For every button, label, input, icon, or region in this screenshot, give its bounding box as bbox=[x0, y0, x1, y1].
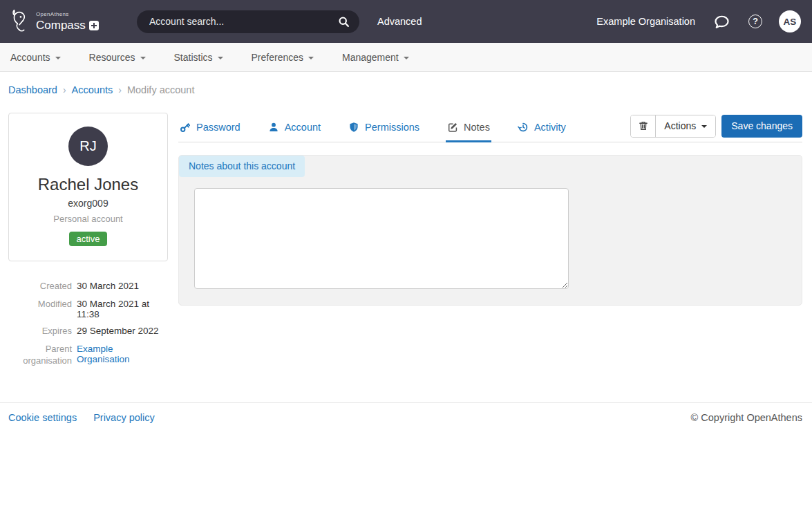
account-editor-column: Password Account Permissions bbox=[178, 113, 802, 373]
chevron-down-icon bbox=[140, 57, 146, 59]
notes-section-tab[interactable]: Notes about this account bbox=[179, 156, 305, 177]
detail-value: 30 March 2021 bbox=[77, 281, 139, 291]
trash-icon bbox=[638, 120, 649, 131]
breadcrumb-separator: › bbox=[63, 84, 66, 95]
tab-label: Permissions bbox=[365, 122, 419, 133]
openathens-owl-icon bbox=[8, 8, 32, 35]
tab-password[interactable]: Password bbox=[178, 113, 242, 142]
account-avatar: RJ bbox=[68, 127, 108, 166]
detail-label: Created bbox=[8, 281, 72, 292]
brand-name-small: OpenAthens bbox=[36, 12, 99, 17]
account-details-list: Created 30 March 2021 Modified 30 March … bbox=[8, 281, 168, 367]
nav-label: Management bbox=[342, 52, 399, 63]
account-toolbar: Actions Save changes bbox=[630, 115, 802, 140]
actions-dropdown-button[interactable]: Actions bbox=[656, 115, 715, 137]
delete-account-button[interactable] bbox=[631, 115, 656, 137]
user-menu-avatar[interactable]: AS bbox=[779, 10, 801, 32]
shield-icon bbox=[348, 122, 359, 133]
nav-label: Preferences bbox=[252, 52, 303, 63]
person-icon bbox=[268, 122, 279, 133]
history-icon bbox=[518, 122, 529, 133]
feedback-button[interactable] bbox=[714, 14, 730, 30]
main-content: RJ Rachel Jones exorg009 Personal accoun… bbox=[8, 113, 802, 373]
main-nav: Accounts Resources Statistics Preference… bbox=[0, 43, 812, 72]
tab-account[interactable]: Account bbox=[267, 113, 322, 142]
tab-notes[interactable]: Notes bbox=[446, 113, 491, 142]
breadcrumb-link-accounts[interactable]: Accounts bbox=[72, 84, 113, 95]
nav-item-accounts[interactable]: Accounts bbox=[10, 52, 61, 63]
tab-label: Account bbox=[285, 122, 321, 133]
breadcrumb-current: Modify account bbox=[127, 84, 195, 95]
chat-bubble-icon bbox=[714, 14, 730, 30]
parent-organisation-link[interactable]: Example Organisation bbox=[77, 344, 168, 364]
brand-name-large: Compass bbox=[36, 19, 86, 31]
tab-permissions[interactable]: Permissions bbox=[347, 113, 421, 142]
privacy-policy-link[interactable]: Privacy policy bbox=[93, 412, 155, 423]
help-button[interactable]: ? bbox=[748, 15, 762, 28]
detail-row-expires: Expires 29 September 2022 bbox=[8, 326, 168, 337]
tab-label: Notes bbox=[464, 122, 490, 133]
notes-textarea[interactable] bbox=[194, 188, 569, 289]
search-button[interactable] bbox=[332, 13, 355, 30]
notes-panel: Notes about this account bbox=[178, 155, 802, 306]
nav-item-management[interactable]: Management bbox=[342, 52, 409, 63]
nav-item-resources[interactable]: Resources bbox=[89, 52, 146, 63]
detail-value: 30 March 2021 at 11:38 bbox=[77, 299, 168, 319]
cookie-settings-link[interactable]: Cookie settings bbox=[8, 412, 77, 423]
save-changes-button[interactable]: Save changes bbox=[721, 115, 802, 138]
nav-label: Statistics bbox=[174, 52, 213, 63]
chevron-down-icon bbox=[701, 125, 707, 128]
detail-label: Expires bbox=[8, 326, 72, 337]
detail-row-parent-organisation: Parent organisation Example Organisation bbox=[8, 344, 168, 367]
tab-label: Activity bbox=[534, 122, 566, 133]
key-icon bbox=[180, 122, 191, 133]
status-badge: active bbox=[69, 232, 108, 246]
search-icon bbox=[338, 16, 350, 28]
actions-label: Actions bbox=[664, 120, 696, 131]
plus-icon bbox=[89, 21, 99, 30]
account-summary-column: RJ Rachel Jones exorg009 Personal accoun… bbox=[8, 113, 168, 373]
breadcrumb-link-dashboard[interactable]: Dashboard bbox=[8, 84, 57, 95]
account-username: exorg009 bbox=[16, 198, 160, 209]
chevron-down-icon bbox=[55, 57, 61, 59]
brand-logo[interactable]: OpenAthens Compass bbox=[8, 8, 137, 35]
advanced-search-link[interactable]: Advanced bbox=[377, 16, 422, 27]
copyright-text: © Copyright OpenAthens bbox=[691, 412, 802, 423]
detail-label: Modified bbox=[8, 299, 72, 310]
nav-item-statistics[interactable]: Statistics bbox=[174, 52, 223, 63]
chevron-down-icon bbox=[308, 57, 314, 59]
breadcrumb: Dashboard › Accounts › Modify account bbox=[8, 84, 812, 95]
account-type: Personal account bbox=[16, 214, 160, 224]
tab-activity[interactable]: Activity bbox=[516, 113, 567, 142]
organisation-name: Example Organisation bbox=[596, 16, 695, 27]
help-icon: ? bbox=[748, 15, 762, 28]
account-profile-card: RJ Rachel Jones exorg009 Personal accoun… bbox=[8, 113, 168, 261]
top-header: OpenAthens Compass Advanced Example Orga… bbox=[0, 0, 812, 43]
detail-label: Parent organisation bbox=[8, 344, 72, 367]
detail-row-created: Created 30 March 2021 bbox=[8, 281, 168, 292]
pencil-square-icon bbox=[447, 122, 458, 133]
toolbar-button-group: Actions bbox=[630, 115, 716, 138]
account-name: Rachel Jones bbox=[16, 175, 160, 194]
nav-label: Accounts bbox=[10, 52, 50, 63]
nav-label: Resources bbox=[89, 52, 135, 63]
page-footer: Cookie settings Privacy policy © Copyrig… bbox=[0, 402, 812, 423]
nav-item-preferences[interactable]: Preferences bbox=[252, 52, 314, 63]
tab-label: Password bbox=[196, 122, 240, 133]
search-input[interactable] bbox=[148, 15, 332, 28]
account-tab-strip: Password Account Permissions bbox=[178, 113, 802, 142]
chevron-down-icon bbox=[218, 57, 223, 59]
chevron-down-icon bbox=[404, 57, 409, 59]
account-search[interactable] bbox=[137, 10, 359, 33]
detail-value: 29 September 2022 bbox=[77, 326, 159, 336]
detail-row-modified: Modified 30 March 2021 at 11:38 bbox=[8, 299, 168, 319]
breadcrumb-separator: › bbox=[118, 84, 122, 95]
